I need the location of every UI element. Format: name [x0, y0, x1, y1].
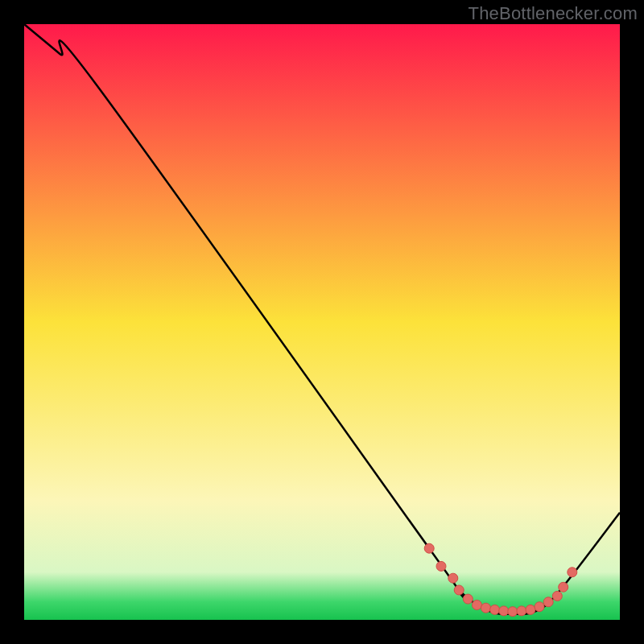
- chart-frame: TheBottlenecker.com: [0, 0, 644, 644]
- marker-point: [508, 607, 518, 617]
- marker-point: [535, 602, 544, 612]
- gradient-background: [24, 24, 620, 620]
- marker-point: [448, 573, 458, 583]
- marker-point: [436, 561, 446, 571]
- marker-point: [490, 605, 500, 614]
- marker-point: [481, 603, 491, 613]
- marker-point: [559, 582, 568, 592]
- plot-area: [24, 24, 620, 620]
- marker-point: [526, 605, 535, 614]
- marker-point: [568, 568, 577, 577]
- marker-point: [499, 606, 509, 616]
- marker-point: [543, 597, 553, 607]
- marker-point: [463, 594, 473, 604]
- chart-svg: [24, 24, 620, 620]
- marker-point: [424, 543, 434, 553]
- marker-point: [454, 585, 464, 595]
- marker-point: [517, 606, 526, 616]
- marker-point: [472, 601, 481, 610]
- marker-point: [552, 591, 562, 601]
- attribution-text: TheBottlenecker.com: [469, 3, 638, 24]
